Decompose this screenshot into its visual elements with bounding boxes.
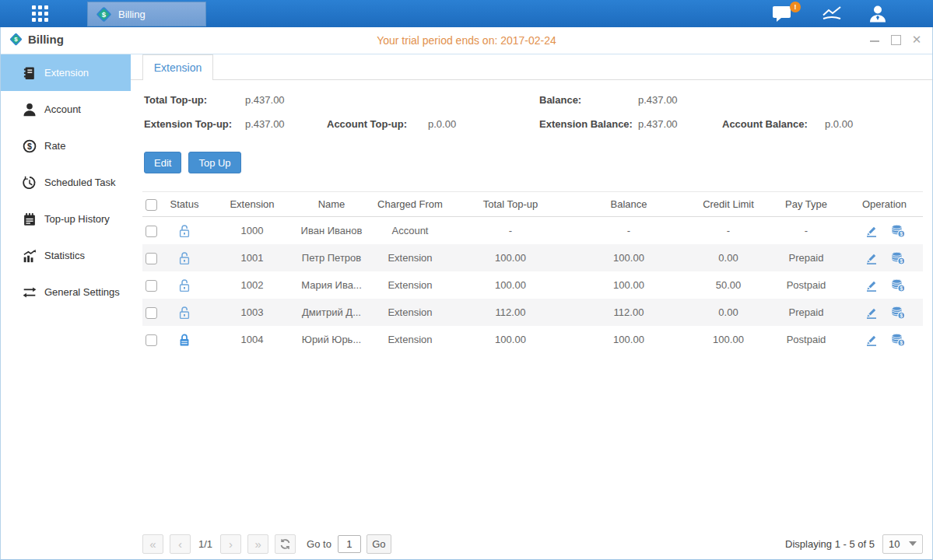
- total-topup-label: Total Top-up:: [144, 94, 207, 106]
- tabstrip: Extension: [131, 54, 933, 80]
- credit-limit-cell: 0.00: [690, 306, 766, 318]
- scheduled-task-icon: [23, 176, 37, 190]
- taskbar: Billing !: [0, 0, 933, 27]
- minimize-icon[interactable]: [869, 34, 880, 45]
- topup-coins-icon[interactable]: [891, 278, 905, 292]
- row-checkbox[interactable]: [146, 334, 157, 346]
- trial-notice: Your trial period ends on: 2017-02-24: [377, 34, 556, 47]
- extension-topup-label: Extension Top-up:: [144, 118, 232, 130]
- taskbar-tab-billing[interactable]: Billing: [87, 2, 206, 26]
- lock-open-icon: [178, 251, 191, 265]
- sidebar-item-label: Rate: [44, 140, 65, 152]
- topup-coins-icon[interactable]: [891, 333, 905, 347]
- total-topup-cell: -: [454, 225, 567, 236]
- tab-extension[interactable]: Extension: [142, 54, 213, 80]
- sidebar-item-account[interactable]: Account: [0, 91, 131, 128]
- row-checkbox[interactable]: [146, 307, 157, 319]
- extension-icon: [23, 66, 37, 80]
- statistics-icon: [23, 249, 37, 263]
- lock-open-icon: [178, 306, 191, 320]
- close-icon[interactable]: ✕: [911, 34, 922, 45]
- col-charged-from: Charged From: [367, 198, 454, 210]
- account-topup-value: p.0.00: [428, 118, 456, 130]
- row-checkbox[interactable]: [146, 226, 157, 237]
- page-size-select[interactable]: 10: [882, 534, 923, 554]
- topup-coins-icon[interactable]: [891, 224, 905, 238]
- lock-open-icon: [178, 278, 191, 292]
- extension-cell: 1003: [208, 306, 296, 318]
- edit-icon[interactable]: [865, 333, 879, 347]
- sidebar-item-scheduled-task[interactable]: Scheduled Task: [0, 164, 131, 201]
- account-icon: [23, 103, 37, 117]
- select-all-checkbox[interactable]: [146, 199, 157, 211]
- operation-cell: [846, 306, 923, 320]
- edit-icon[interactable]: [865, 251, 879, 265]
- status-cell: [161, 224, 208, 238]
- chart-icon[interactable]: [822, 5, 845, 23]
- credit-limit-cell: 0.00: [690, 252, 766, 264]
- account-topup-label: Account Top-up:: [327, 118, 407, 130]
- total-topup-value: p.437.00: [245, 94, 285, 106]
- window-titlebar: Billing Your trial period ends on: 2017-…: [0, 27, 933, 54]
- topup-coins-icon[interactable]: [891, 251, 905, 265]
- edit-button[interactable]: Edit: [144, 152, 181, 173]
- extension-topup-value: p.437.00: [245, 118, 285, 130]
- pay-type-cell: Prepaid: [766, 252, 846, 264]
- goto-label: Go to: [307, 538, 331, 550]
- billing-diamond-icon: [9, 32, 23, 47]
- refresh-button[interactable]: [275, 534, 296, 554]
- edit-icon[interactable]: [865, 306, 879, 320]
- sidebar-item-extension[interactable]: Extension: [0, 54, 131, 91]
- last-page-button[interactable]: »: [247, 534, 268, 554]
- balance-cell: -: [567, 225, 690, 236]
- goto-page-input[interactable]: [338, 535, 361, 553]
- total-topup-cell: 100.00: [454, 279, 567, 291]
- total-topup-cell: 112.00: [454, 306, 567, 318]
- go-button[interactable]: Go: [367, 534, 391, 554]
- sidebar-item-rate[interactable]: Rate: [0, 128, 131, 164]
- col-extension: Extension: [208, 198, 296, 210]
- credit-limit-cell: -: [690, 225, 766, 236]
- lock-closed-icon: [178, 333, 191, 347]
- table-row: 1000 Иван Иванов Account - - - -: [142, 217, 923, 244]
- edit-icon[interactable]: [865, 224, 879, 238]
- app-grid-icon[interactable]: [26, 5, 55, 23]
- name-cell: Мария Ива...: [296, 279, 367, 291]
- total-topup-cell: 100.00: [454, 252, 567, 264]
- prev-page-button[interactable]: ‹: [170, 534, 191, 554]
- maximize-icon[interactable]: [890, 34, 901, 45]
- top-up-button[interactable]: Top Up: [188, 152, 240, 173]
- col-balance: Balance: [567, 198, 690, 210]
- total-topup-cell: 100.00: [454, 334, 567, 345]
- operation-cell: [846, 278, 923, 292]
- messages-icon[interactable]: !: [772, 5, 795, 23]
- sidebar-item-topup-history[interactable]: Top-up History: [0, 201, 131, 237]
- topup-coins-icon[interactable]: [891, 306, 905, 320]
- edit-icon[interactable]: [865, 278, 879, 292]
- row-checkbox[interactable]: [146, 253, 157, 264]
- extension-cell: 1001: [208, 252, 296, 264]
- status-cell: [161, 333, 208, 347]
- row-checkbox[interactable]: [146, 280, 157, 292]
- credit-limit-cell: 50.00: [690, 279, 766, 291]
- sidebar-item-statistics[interactable]: Statistics: [0, 237, 131, 274]
- next-page-button[interactable]: ›: [220, 534, 241, 554]
- sidebar-item-label: General Settings: [44, 286, 120, 298]
- extension-cell: 1000: [208, 225, 296, 236]
- extension-cell: 1004: [208, 334, 296, 345]
- summary-panel: Total Top-up: p.437.00 Balance: p.437.00…: [131, 80, 933, 141]
- main-content: Extension Total Top-up: p.437.00 Balance…: [131, 54, 933, 560]
- sidebar-item-label: Statistics: [44, 250, 85, 261]
- chevron-down-icon: [909, 541, 917, 546]
- charged-from-cell: Extension: [367, 306, 454, 318]
- charged-from-cell: Account: [367, 225, 454, 236]
- name-cell: Дмитрий Д...: [296, 306, 367, 318]
- first-page-button[interactable]: «: [142, 534, 163, 554]
- status-cell: [161, 306, 208, 320]
- sidebar-item-general-settings[interactable]: General Settings: [0, 274, 131, 310]
- operation-cell: [846, 251, 923, 265]
- user-icon[interactable]: [868, 5, 892, 23]
- name-cell: Иван Иванов: [296, 225, 367, 236]
- name-cell: Петр Петров: [296, 252, 367, 264]
- name-cell: Юрий Юрь...: [296, 334, 367, 345]
